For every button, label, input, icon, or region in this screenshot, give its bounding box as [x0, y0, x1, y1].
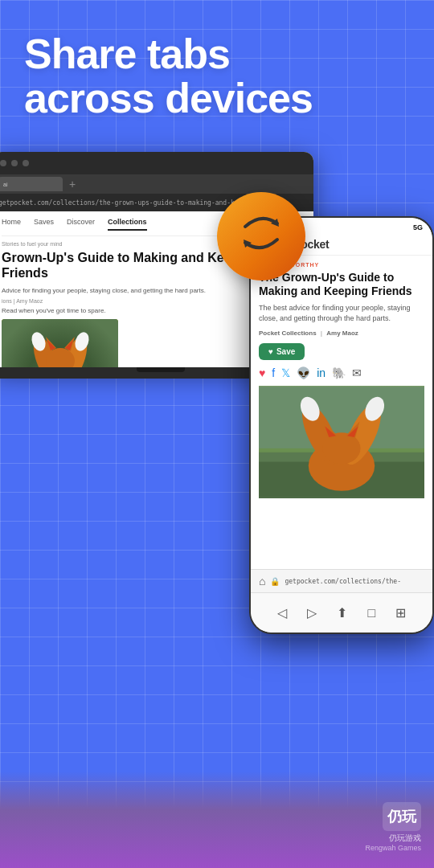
phone-back-icon[interactable]: ◁	[277, 605, 287, 620]
meta-separator: |	[321, 330, 322, 337]
nav-home[interactable]: Home	[2, 218, 21, 231]
laptop-tab-bar: ai +	[0, 174, 313, 194]
headline-line2: across devices	[24, 75, 313, 121]
laptop-tab-label: ai	[3, 182, 7, 187]
watermark-logo: 仍玩	[383, 802, 421, 831]
phone-bottom-bar: ◁ ▷ ⬆ □ ⊞	[251, 592, 432, 633]
phone-article-title: The Grown-Up's Guide to Making and Keepi…	[259, 271, 424, 298]
phone-mockup: 9:30 5G ☰ pocket POCKET WORTHY The Grown…	[249, 216, 434, 634]
share-email-icon[interactable]: ✉	[352, 366, 362, 379]
nav-discover[interactable]: Discover	[67, 218, 95, 231]
save-heart-icon: ♥	[268, 347, 273, 356]
phone-forward-icon[interactable]: ▷	[307, 605, 317, 620]
phone-fox-svg	[259, 386, 424, 498]
nav-collections[interactable]: Collections	[108, 218, 147, 231]
watermark: 仍玩 仍玩游戏 Rengwah Games	[365, 802, 421, 852]
fox-image	[2, 319, 118, 369]
phone-article-content: POCKET WORTHY The Grown-Up's Guide to Ma…	[251, 256, 432, 505]
laptop-article-image	[2, 319, 118, 369]
sync-icon-button	[217, 192, 305, 280]
share-twitter-icon[interactable]: 𝕏	[281, 366, 290, 379]
share-reddit-icon[interactable]: 👽	[297, 366, 310, 379]
headline-line1: Share tabs	[24, 31, 230, 77]
laptop-topbar	[0, 152, 313, 174]
fox-svg	[2, 319, 118, 369]
phone-signal: 5G	[413, 223, 423, 231]
dot-yellow	[11, 160, 18, 166]
phone-meta-author: Amy Maoz	[326, 330, 358, 337]
nav-saves[interactable]: Saves	[34, 218, 54, 231]
phone-url-text: getpocket.com/collections/the-	[285, 578, 401, 585]
top-section: Share tabs across devices	[0, 0, 434, 136]
phone-meta-source: Pocket Collections	[259, 330, 317, 337]
save-button[interactable]: ♥ Save	[259, 343, 305, 360]
share-pocket-icon[interactable]: ♥	[259, 366, 265, 379]
phone-article-image	[259, 386, 424, 498]
phone-tabs-icon[interactable]: ⊞	[395, 605, 406, 620]
sync-arrows-svg	[237, 209, 285, 257]
phone-url-bar: ⌂ 🔒 getpocket.com/collections/the-	[251, 569, 432, 592]
phone-fox-image	[259, 386, 424, 498]
headline: Share tabs across devices	[24, 32, 410, 120]
phone-bookmark-icon[interactable]: □	[367, 606, 375, 620]
share-mastodon-icon[interactable]: 🐘	[332, 366, 346, 379]
watermark-logo-text: 仍玩	[387, 807, 416, 826]
tab-add-button[interactable]: +	[69, 178, 76, 190]
phone-screen: 9:30 5G ☰ pocket POCKET WORTHY The Grown…	[251, 218, 432, 633]
share-linkedin-icon[interactable]: in	[317, 366, 326, 379]
sync-arrows	[237, 209, 285, 264]
laptop-notch	[137, 367, 185, 372]
watermark-english: Rengwah Games	[365, 844, 421, 852]
devices-area: ai + getpocket.com/collections/the-grown…	[0, 144, 434, 666]
phone-home-icon[interactable]: ⌂	[259, 575, 265, 588]
phone-article-meta: Pocket Collections | Amy Maoz	[259, 330, 424, 337]
save-button-label: Save	[276, 347, 295, 356]
phone-article-desc: The best advice for finding your people,…	[259, 303, 424, 325]
phone-share-icon[interactable]: ⬆	[337, 605, 347, 620]
dot-red	[0, 160, 6, 166]
watermark-chinese: 仍玩游戏	[389, 833, 421, 844]
phone-lock-icon: 🔒	[270, 577, 280, 586]
laptop-tab[interactable]: ai	[0, 177, 63, 191]
dot-green	[23, 160, 29, 166]
share-icons-row: ♥ f 𝕏 👽 in 🐘 ✉	[259, 366, 424, 379]
share-facebook-icon[interactable]: f	[272, 366, 275, 379]
